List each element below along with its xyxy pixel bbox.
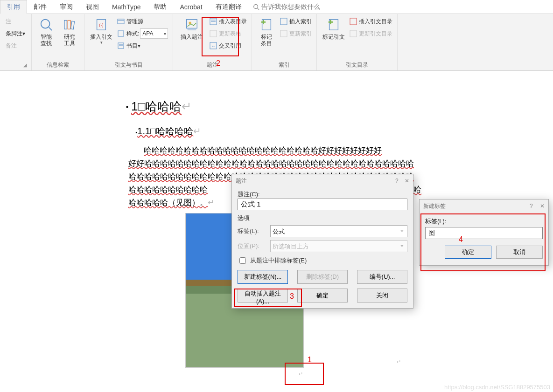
caption-close-button[interactable]: 关闭	[357, 289, 407, 303]
update-index-button: 更新索引	[278, 28, 314, 39]
index-group-title: 索引	[255, 60, 314, 70]
mark-citation-icon	[327, 18, 341, 32]
new-label-input[interactable]	[425, 227, 543, 239]
new-label-ok-button[interactable]: 确定	[445, 246, 491, 259]
tab-view[interactable]: 视图	[79, 0, 105, 14]
svg-rect-5	[68, 21, 70, 29]
authorities-group-title: 引文目录	[320, 60, 394, 70]
new-label-cancel-button[interactable]: 取消	[496, 246, 543, 259]
cross-reference-button[interactable]: ↔ 交叉引用	[208, 40, 249, 51]
position-dropdown: 所选项目上方	[270, 240, 407, 252]
label-dropdown[interactable]: 公式	[270, 225, 407, 237]
insert-citation-button[interactable]: (-) 插入引文 ▾	[87, 16, 115, 46]
label-dropdown-label: 标签(L):	[238, 227, 270, 235]
insert-authorities-button[interactable]: 插入引文目录	[348, 16, 394, 27]
para-line-4a: 哈哈哈哈哈哈哈哈哈哈	[128, 185, 208, 193]
new-label-dialog-titlebar[interactable]: 新建标签 ? ✕	[420, 199, 548, 213]
watermark: https://blog.csdn.net/SSG18829575503	[444, 384, 550, 391]
tab-mathtype[interactable]: MathType	[105, 1, 147, 13]
insert-table-of-figures-button[interactable]: 插入表目录	[208, 16, 249, 27]
tab-help[interactable]: 帮助	[147, 0, 173, 14]
close-icon[interactable]: ✕	[405, 178, 409, 184]
heading-2: ▪1.1□哈哈哈哈↵	[135, 123, 553, 139]
ribbon-group-index: 标记 条目 插入索引 更新索引 索引	[252, 14, 317, 70]
insert-caption-icon	[185, 18, 199, 32]
research-group-title: 信息检索	[35, 60, 81, 70]
caption-insertion-point[interactable]: ↵	[299, 371, 303, 377]
help-icon[interactable]: ?	[530, 203, 533, 209]
new-label-button[interactable]: 新建标签(N)...	[238, 270, 288, 284]
svg-line-3	[49, 28, 52, 31]
researcher-button[interactable]: 研究 工具	[58, 16, 81, 48]
mark-entry-icon	[259, 18, 273, 32]
bibliography-icon	[117, 42, 125, 49]
tof-icon	[210, 18, 217, 25]
svg-point-0	[253, 4, 258, 8]
svg-line-1	[257, 8, 259, 10]
caption-ok-button[interactable]: 确定	[297, 289, 348, 303]
numbering-button[interactable]: 编号(U)...	[357, 270, 407, 284]
caption-dialog-titlebar[interactable]: 题注 ? ✕	[232, 174, 413, 187]
para-line-1: 哈哈哈哈哈哈哈哈哈哈哈哈哈哈哈哈哈哈哈哈哈哈好好好好好好好好	[144, 146, 382, 154]
ribbon-group-captions: 插入题注 插入表目录 更新表格 ↔ 交叉引用 题注	[173, 14, 252, 70]
insert-auth-icon	[350, 18, 357, 25]
svg-rect-32	[350, 18, 357, 25]
help-icon[interactable]: ?	[395, 178, 399, 184]
svg-rect-6	[71, 21, 75, 29]
ribbon-group-citations: (-) 插入引文 ▾ 管理源 样式: APA 书目 ▾	[84, 14, 173, 70]
exclude-label-checkbox[interactable]: 从题注中排除标签(E)	[238, 256, 407, 265]
citation-style-combo[interactable]: APA	[140, 28, 168, 39]
update-auth-icon	[350, 30, 357, 37]
ribbon-group-footnotes: 注 条脚注 ▾ 备注 ◢	[0, 14, 32, 70]
new-label-dialog-title: 新建标签	[423, 202, 446, 210]
caption-field-label: 题注(C):	[238, 190, 407, 199]
exclude-label-checkbox-input[interactable]	[239, 257, 246, 264]
para-line-2: 好好哈哈哈哈哈哈哈哈哈哈哈哈哈哈哈哈哈哈哈哈哈哈哈哈哈哈哈哈哈哈哈哈哈哈	[128, 159, 414, 167]
caption-dialog: 题注 ? ✕ 题注(C): 选项 标签(L): 公式 位置(P): 所选项目上方…	[231, 174, 413, 309]
new-label-dialog: 新建标签 ? ✕ 标签(L): 确定 取消	[419, 199, 549, 266]
tab-review[interactable]: 审阅	[53, 0, 79, 14]
new-label-field-label: 标签(L):	[425, 217, 543, 226]
manage-sources-icon	[117, 18, 125, 25]
caption-text-input[interactable]	[238, 199, 407, 210]
captions-group-title: 题注	[176, 60, 249, 70]
lightbulb-search-icon	[39, 18, 53, 32]
citations-group-title: 引文与书目	[87, 60, 170, 70]
tell-me-search[interactable]: 告诉我你想要做什么	[253, 3, 320, 11]
bibliography-button[interactable]: 书目 ▾	[115, 40, 170, 51]
insert-caption-button[interactable]: 插入题注	[178, 16, 206, 41]
auto-caption-button[interactable]: 自动插入题注(A)...	[238, 289, 288, 303]
svg-point-2	[41, 20, 50, 28]
ribbon-group-authorities: 标记引文 插入引文目录 更新引文目录 引文目录	[317, 14, 398, 70]
insert-index-icon	[280, 18, 287, 25]
footnotes-dialog-launcher-icon[interactable]: ◢	[23, 62, 30, 69]
options-heading: 选项	[238, 214, 407, 222]
style-icon	[117, 30, 125, 37]
heading-1: ▪1□哈哈哈↵	[126, 96, 553, 117]
ribbon-group-research: 智能 查找 研究 工具 信息检索	[32, 14, 84, 70]
tab-references[interactable]: 引用	[0, 0, 27, 14]
ribbon-tabs: 引用 邮件 审阅 视图 MathType 帮助 Acrobat 有道翻译 告诉我…	[0, 0, 553, 14]
manage-sources-button[interactable]: 管理源	[115, 16, 170, 27]
mark-citation-button[interactable]: 标记引文	[320, 16, 348, 41]
tab-mailings[interactable]: 邮件	[27, 0, 53, 14]
svg-rect-33	[350, 30, 357, 37]
svg-rect-9	[118, 19, 124, 24]
update-table-icon	[210, 30, 217, 37]
update-index-icon	[280, 30, 287, 37]
svg-text:↔: ↔	[211, 44, 216, 48]
insert-index-button[interactable]: 插入索引	[278, 16, 314, 27]
smart-lookup-button[interactable]: 智能 查找	[35, 16, 58, 48]
svg-rect-28	[280, 30, 287, 37]
update-authorities-button: 更新引文目录	[348, 28, 394, 39]
citation-style-dropdown[interactable]: 样式: APA	[115, 28, 170, 39]
footnote-btn-2[interactable]: 条脚注 ▾	[4, 28, 27, 39]
tab-acrobat[interactable]: Acrobat	[173, 1, 209, 13]
svg-rect-4	[64, 21, 67, 29]
close-icon[interactable]: ✕	[540, 203, 545, 209]
books-icon	[63, 18, 77, 32]
footnote-btn-1: 注	[4, 16, 27, 27]
mark-entry-button[interactable]: 标记 条目	[255, 16, 278, 48]
tab-youdao[interactable]: 有道翻译	[209, 0, 248, 14]
para-mark: ↵	[397, 359, 401, 365]
